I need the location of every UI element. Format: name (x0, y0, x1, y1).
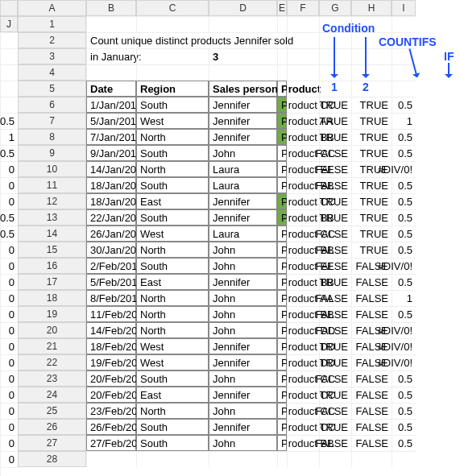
cell-countifs[interactable]: 0.5 (392, 129, 416, 145)
empty-cell[interactable] (287, 81, 319, 97)
cell-cond1[interactable]: TRUE (319, 387, 351, 403)
cell-countifs[interactable]: 0.5 (392, 145, 416, 161)
empty-cell[interactable] (319, 64, 351, 81)
cell-date[interactable]: 26/Feb/2011 (86, 419, 136, 435)
cell-region[interactable]: West (136, 354, 209, 370)
cell-if[interactable]: 0 (0, 338, 18, 354)
cell-date[interactable]: 20/Feb/2011 (86, 387, 136, 403)
empty-cell[interactable] (287, 32, 319, 48)
empty-cell[interactable] (287, 129, 319, 145)
empty-cell[interactable] (392, 451, 416, 467)
row-header[interactable]: 7 (18, 113, 86, 129)
cell-sales[interactable]: Jennifer (209, 193, 277, 209)
cell-countifs[interactable]: #DIV/0! (392, 161, 416, 177)
cell-if[interactable]: 0 (0, 242, 18, 258)
cell-if[interactable]: 0 (0, 177, 18, 193)
row-header[interactable]: 3 (18, 48, 86, 64)
cell-region[interactable]: South (136, 370, 209, 387)
cell-cond2[interactable]: TRUE (351, 226, 392, 242)
empty-cell[interactable] (287, 145, 319, 161)
empty-cell[interactable] (209, 16, 277, 32)
cell-product[interactable]: Product BB (277, 209, 287, 226)
cell-sales[interactable]: Jennifer (209, 129, 277, 145)
cell-cond1[interactable]: FALSE (319, 290, 351, 306)
cell-date[interactable]: 30/Jan/2011 (86, 242, 136, 258)
cell-region[interactable]: East (136, 387, 209, 403)
cell-sales[interactable]: John (209, 258, 277, 274)
cell-if[interactable]: 0.5 (0, 145, 18, 161)
cell-cond2[interactable]: TRUE (351, 97, 392, 113)
cell-countifs[interactable]: 0.5 (392, 419, 416, 435)
row-header[interactable]: 4 (18, 64, 86, 81)
empty-cell[interactable] (287, 451, 319, 467)
cell-product[interactable]: Product CC (277, 370, 287, 387)
cell-cond2[interactable]: TRUE (351, 113, 392, 129)
cell-if[interactable]: 0 (0, 322, 18, 338)
cell-if[interactable]: 0 (0, 193, 18, 209)
col-header[interactable]: A (18, 0, 86, 16)
cell-if[interactable]: 0 (0, 387, 18, 403)
cell-if[interactable]: 0 (0, 290, 18, 306)
cell-cond2[interactable]: FALSE (351, 274, 392, 290)
cell-region[interactable]: South (136, 97, 209, 113)
empty-cell[interactable] (287, 354, 319, 370)
cell-cond2[interactable]: FALSE (351, 387, 392, 403)
cell-date[interactable]: 20/Feb/2011 (86, 370, 136, 387)
col-header[interactable]: J (0, 16, 18, 32)
cell-date[interactable]: 5/Feb/2011 (86, 274, 136, 290)
cell-date[interactable]: 27/Feb/2011 (86, 435, 136, 451)
cell-cond1[interactable]: FALSE (319, 258, 351, 274)
cell-countifs[interactable]: #DIV/0! (392, 354, 416, 370)
empty-cell[interactable] (287, 177, 319, 193)
cell-sales[interactable]: John (209, 242, 277, 258)
spreadsheet-grid[interactable]: ABCDEFGHIJ12Count unique distinct produc… (0, 0, 460, 476)
row-header[interactable]: 9 (18, 145, 86, 161)
col-header[interactable]: B (86, 0, 136, 16)
col-header[interactable]: F (287, 0, 319, 16)
empty-cell[interactable] (136, 451, 209, 467)
cell-cond1[interactable]: FALSE (319, 306, 351, 322)
cell-cond2[interactable]: FALSE (351, 403, 392, 419)
col-header[interactable]: G (319, 0, 351, 16)
cell-sales[interactable]: Jennifer (209, 274, 277, 290)
cell-cond1[interactable]: FALSE (319, 435, 351, 451)
empty-cell[interactable] (392, 16, 416, 32)
row-header[interactable]: 15 (18, 242, 86, 258)
cell-date[interactable]: 26/Jan/2011 (86, 226, 136, 242)
cell-countifs[interactable]: 0.5 (392, 97, 416, 113)
row-header[interactable]: 8 (18, 129, 86, 145)
row-header[interactable]: 26 (18, 419, 86, 435)
row-header[interactable]: 19 (18, 306, 86, 322)
cell-product[interactable]: Product DD (277, 338, 287, 354)
cell-region[interactable]: South (136, 145, 209, 161)
empty-cell[interactable] (86, 451, 136, 467)
cell-sales[interactable]: Jennifer (209, 97, 277, 113)
cell-cond1[interactable]: TRUE (319, 274, 351, 290)
cell-countifs[interactable]: 1 (392, 290, 416, 306)
empty-cell[interactable] (0, 32, 18, 48)
empty-cell[interactable] (136, 16, 209, 32)
cell-date[interactable]: 14/Jan/2011 (86, 161, 136, 177)
cell-countifs[interactable]: 0.5 (392, 177, 416, 193)
cell-cond1[interactable]: TRUE (319, 338, 351, 354)
cell-cond1[interactable]: TRUE (319, 209, 351, 226)
cell-cond1[interactable]: TRUE (319, 193, 351, 209)
empty-cell[interactable] (277, 64, 287, 81)
row-header[interactable]: 1 (18, 16, 86, 32)
cell-date[interactable]: 5/Jan/2011 (86, 113, 136, 129)
cell-cond1[interactable]: TRUE (319, 419, 351, 435)
row-header[interactable]: 23 (18, 370, 86, 387)
cell-cond2[interactable]: FALSE (351, 306, 392, 322)
cell-cond2[interactable]: TRUE (351, 209, 392, 226)
cell-countifs[interactable]: 0.5 (392, 226, 416, 242)
cell-countifs[interactable]: #DIV/0! (392, 322, 416, 338)
cell-cond1[interactable]: FALSE (319, 226, 351, 242)
cell-sales[interactable]: John (209, 403, 277, 419)
empty-cell[interactable] (287, 403, 319, 419)
cell-cond2[interactable]: FALSE (351, 435, 392, 451)
empty-cell[interactable] (287, 338, 319, 354)
cell-product[interactable]: Product CC (277, 97, 287, 113)
cell-product[interactable]: Product BB (277, 306, 287, 322)
cell-region[interactable]: East (136, 193, 209, 209)
cell-cond1[interactable]: FALSE (319, 242, 351, 258)
